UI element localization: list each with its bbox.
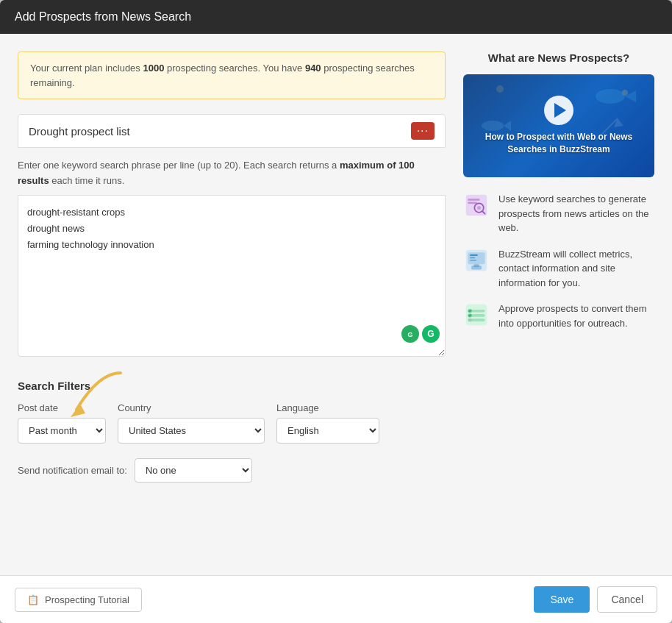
feature-item-2: BuzzStream will collect metrics, contact…	[463, 247, 654, 291]
tutorial-label: Prospecting Tutorial	[45, 594, 129, 605]
instructions: Enter one keyword search phrase per line…	[18, 158, 446, 189]
right-panel: What are News Prospects?	[463, 51, 654, 558]
feature-text-1: Use keyword searches to generate prospec…	[498, 192, 654, 235]
notification-label: Send notification email to:	[18, 465, 127, 476]
play-button[interactable]	[544, 96, 573, 125]
feature-text-3: Approve prospects to convert them into o…	[498, 302, 654, 330]
country-select[interactable]: United States United Kingdom Canada Aust…	[118, 418, 265, 444]
post-date-group: Post date Past month Past week Past day …	[18, 402, 106, 444]
video-caption: How to Prospect with Web or News Searche…	[463, 131, 654, 156]
keywords-textarea[interactable]: drought-resistant crops drought news far…	[18, 195, 446, 357]
post-date-label: Post date	[18, 402, 106, 413]
post-date-select[interactable]: Past month Past week Past day Any time	[18, 418, 106, 444]
cancel-button[interactable]: Cancel	[597, 586, 657, 613]
alert-box: Your current plan includes 1000 prospect…	[18, 51, 446, 99]
search-feature-icon	[463, 192, 490, 218]
grammarly-green-icon: G	[401, 325, 419, 343]
modal: Add Prospects from News Search Your curr…	[0, 0, 672, 623]
feature-list: Use keyword searches to generate prospec…	[463, 192, 654, 330]
svg-text:G: G	[407, 331, 412, 338]
modal-title: Add Prospects from News Search	[15, 10, 191, 23]
svg-rect-12	[468, 199, 479, 201]
search-filters: Search Filters Post date Past month Past…	[18, 380, 446, 483]
svg-rect-13	[468, 202, 476, 204]
language-label: Language	[276, 402, 379, 413]
right-panel-title: What are News Prospects?	[463, 51, 654, 64]
language-group: Language English Spanish French German	[276, 402, 379, 444]
prospect-list-header: Drought prospect list ···	[18, 114, 446, 148]
modal-body: Your current plan includes 1000 prospect…	[0, 34, 672, 575]
filters-row: Post date Past month Past week Past day …	[18, 402, 446, 444]
tutorial-icon: 📋	[27, 594, 39, 605]
alert-remaining: 940	[305, 63, 321, 74]
prospect-list-title: Drought prospect list	[29, 125, 130, 138]
tutorial-button[interactable]: 📋 Prospecting Tutorial	[15, 588, 142, 612]
language-select[interactable]: English Spanish French German	[276, 418, 379, 444]
notification-row: Send notification email to: No one Me Al…	[18, 458, 446, 483]
svg-rect-21	[470, 260, 476, 261]
modal-footer: 📋 Prospecting Tutorial Save Cancel	[0, 575, 672, 623]
alert-searches: 1000	[143, 63, 164, 74]
instructions-prefix: Enter one keyword search phrase per line…	[18, 160, 340, 171]
textarea-icons: G G	[401, 325, 440, 343]
modal-header: Add Prospects from News Search	[0, 0, 672, 34]
feature-item-1: Use keyword searches to generate prospec…	[463, 192, 654, 235]
svg-rect-20	[470, 257, 475, 258]
left-panel: Your current plan includes 1000 prospect…	[18, 51, 446, 558]
instructions-suffix: each time it runs.	[49, 175, 125, 186]
approve-feature-icon	[463, 302, 490, 328]
grammarly-icon: G	[422, 325, 440, 343]
feature-text-2: BuzzStream will collect metrics, contact…	[498, 247, 654, 291]
svg-point-16	[477, 206, 481, 210]
notification-select[interactable]: No one Me All team members	[135, 458, 252, 483]
save-button[interactable]: Save	[534, 586, 590, 613]
footer-actions: Save Cancel	[534, 586, 657, 613]
svg-rect-23	[473, 264, 479, 267]
alert-middle: prospecting searches. You have	[164, 63, 305, 74]
alert-prefix: Your current plan includes	[30, 63, 143, 74]
video-thumbnail[interactable]: How to Prospect with Web or News Searche…	[463, 74, 654, 177]
country-group: Country United States United Kingdom Can…	[118, 402, 265, 444]
svg-point-30	[468, 318, 471, 321]
feature-item-3: Approve prospects to convert them into o…	[463, 302, 654, 330]
dots-button[interactable]: ···	[411, 122, 435, 140]
country-label: Country	[118, 402, 265, 413]
svg-rect-19	[470, 254, 478, 256]
keywords-wrapper: drought-resistant crops drought news far…	[18, 195, 446, 359]
video-overlay: How to Prospect with Web or News Searche…	[463, 74, 654, 177]
search-filters-title: Search Filters	[18, 380, 446, 392]
collect-feature-icon	[463, 247, 490, 274]
svg-rect-18	[468, 252, 485, 264]
